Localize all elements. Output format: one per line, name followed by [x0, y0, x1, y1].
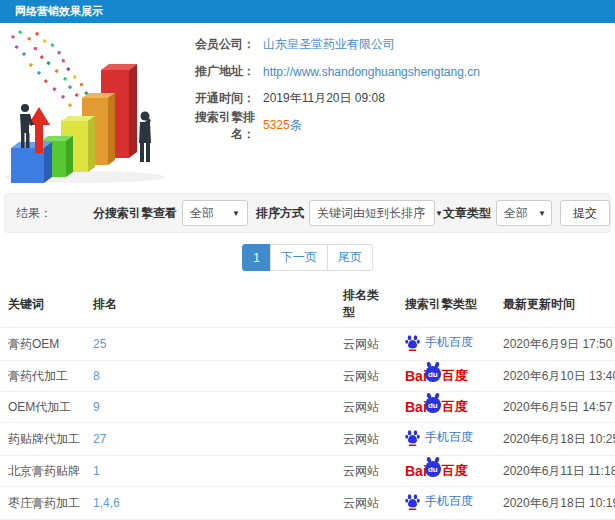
engine-rank-label: 搜索引擎排名： [183, 109, 255, 143]
company-link[interactable]: 山东皇圣堂药业有限公司 [263, 36, 395, 53]
page-title: 网络营销效果展示 [0, 0, 615, 23]
baidu-du-text: du [428, 465, 438, 474]
bar-blue [11, 142, 52, 183]
account-info-list: 会员公司： 山东皇圣堂药业有限公司 推广地址： http://www.shand… [183, 23, 615, 139]
last-page-button[interactable]: 尾页 [327, 244, 373, 271]
rank-type-cell: 云网站 [335, 423, 397, 456]
table-header-row: 关键词 排名 排名类型 搜索引擎类型 最新更新时间 [0, 280, 615, 328]
engine-cell: 手机百度 Bai du 百度 [397, 487, 495, 520]
baidu-paw-icon: du [425, 366, 441, 382]
mobile-baidu-label: 手机百度 [425, 334, 473, 351]
baidu-bai-text: Bai [405, 463, 427, 479]
engine-cell: 手机百度 Bai du 百度 [397, 392, 495, 423]
update-time-cell: 2020年6月11日 11:18 [495, 456, 615, 487]
header-keyword: 关键词 [0, 280, 85, 328]
rank-link[interactable]: 27 [85, 423, 335, 456]
rank-link[interactable]: 9 [85, 392, 335, 423]
rank-type-cell: 云网站 [335, 392, 397, 423]
keyword-cell: 枣庄膏药加工 [0, 487, 85, 520]
keyword-cell: 膏药代加工 [0, 361, 85, 392]
rank-link[interactable]: 1 [85, 456, 335, 487]
sort-label: 排序方式 [256, 205, 304, 222]
table-row: OEM代加工 9 云网站 手机百度 [0, 392, 615, 423]
article-type-label: 文章类型 [443, 205, 491, 222]
businessman-right [139, 112, 151, 163]
submit-button[interactable]: 提交 [560, 200, 610, 226]
keyword-cell: 北京膏药贴牌 [0, 456, 85, 487]
baidu-pc-badge: Bai du 百度 [405, 367, 468, 385]
open-time-label: 开通时间： [183, 90, 255, 107]
article-type-value: 全部 [504, 205, 528, 222]
header-rank: 排名 [85, 280, 335, 328]
promo-url-row: 推广地址： http://www.shandonghuangshengtang.… [183, 58, 615, 85]
keyword-cell: 药贴牌代加工 [0, 423, 85, 456]
engine-cell: 手机百度 Bai du 百度 [397, 328, 495, 361]
table-row: 北京膏药贴牌 1 云网站 手机百度 [0, 456, 615, 487]
sort-select[interactable]: 关键词由短到长排序 ▼ [309, 200, 435, 226]
baidu-paw-icon [405, 334, 420, 351]
table-row: 膏药OEM 25 云网站 手机百度 [0, 328, 615, 361]
rank-link[interactable]: 25 [85, 328, 335, 361]
result-label: 结果： [16, 205, 52, 222]
caret-down-icon: ▼ [232, 209, 240, 218]
baidu-bai-text: Bai [405, 399, 427, 415]
next-page-button[interactable]: 下一页 [270, 244, 328, 271]
baidu-cn-text: 百度 [442, 398, 468, 416]
keyword-cell: OEM代加工 [0, 392, 85, 423]
update-time-cell: 2020年6月10日 13:40 [495, 361, 615, 392]
engine-filter-select[interactable]: 全部 ▼ [182, 200, 248, 226]
keyword-cell: 膏药OEM [0, 328, 85, 361]
rank-type-cell: 云网站 [335, 361, 397, 392]
page-button-current[interactable]: 1 [242, 244, 271, 271]
rank-type-cell: 云网站 [335, 456, 397, 487]
mobile-baidu-badge: 手机百度 [405, 334, 473, 351]
mobile-baidu-label: 手机百度 [425, 429, 473, 446]
baidu-paw-icon: du [425, 397, 441, 413]
baidu-du-text: du [428, 370, 438, 379]
update-time-cell: 2020年6月5日 14:57 [495, 392, 615, 423]
engine-filter-value: 全部 [190, 205, 214, 222]
promo-url-label: 推广地址： [183, 63, 255, 80]
article-type-select[interactable]: 全部 ▼ [496, 200, 552, 226]
table-row: 药贴牌代加工 27 云网站 手机百度 [0, 423, 615, 456]
rank-link[interactable]: 1,4,6 [85, 487, 335, 520]
rank-type-cell: 云网站 [335, 328, 397, 361]
rank-unit[interactable]: 条 [290, 118, 302, 132]
top-info-section: 会员公司： 山东皇圣堂药业有限公司 推广地址： http://www.shand… [0, 23, 615, 191]
update-time-cell: 2020年6月9日 17:50 [495, 328, 615, 361]
baidu-bai-text: Bai [405, 368, 427, 384]
mobile-baidu-label: 手机百度 [425, 493, 473, 510]
mobile-baidu-badge: 手机百度 [405, 493, 473, 510]
businessman-left [20, 104, 34, 148]
baidu-du-text: du [428, 401, 438, 410]
header-rank-type: 排名类型 [335, 280, 397, 328]
header-engine-type: 搜索引擎类型 [397, 280, 495, 328]
table-row: 膏药代加工 8 云网站 手机百度 [0, 361, 615, 392]
growth-chart-illustration [0, 25, 190, 185]
sort-value: 关键词由短到长排序 [317, 205, 425, 222]
caret-down-icon: ▼ [538, 209, 546, 218]
company-label: 会员公司： [183, 36, 255, 53]
update-time-cell: 2020年6月18日 10:19 [495, 487, 615, 520]
engine-cell: 手机百度 Bai du 百度 [397, 456, 495, 487]
baidu-cn-text: 百度 [442, 462, 468, 480]
engine-cell: 手机百度 Bai du 百度 [397, 423, 495, 456]
rank-count: 5325 [263, 118, 290, 132]
baidu-pc-badge: Bai du 百度 [405, 398, 468, 416]
keyword-rank-table: 关键词 排名 排名类型 搜索引擎类型 最新更新时间 膏药OEM 25 云网站 [0, 280, 615, 520]
table-row: 枣庄膏药加工 1,4,6 云网站 手 [0, 487, 615, 520]
update-time-cell: 2020年6月18日 10:25 [495, 423, 615, 456]
company-row: 会员公司： 山东皇圣堂药业有限公司 [183, 31, 615, 58]
rank-link[interactable]: 8 [85, 361, 335, 392]
engine-filter-label: 分搜索引擎查看 [93, 205, 177, 222]
engine-rank-row: 搜索引擎排名： 5325条 [183, 112, 615, 139]
header-updated: 最新更新时间 [495, 280, 615, 328]
baidu-paw-icon [405, 493, 420, 510]
filter-bar: 结果： 分搜索引擎查看 全部 ▼ 排序方式 关键词由短到长排序 ▼ 文章类型 全… [4, 193, 611, 233]
baidu-paw-icon: du [425, 461, 441, 477]
baidu-pc-badge: Bai du 百度 [405, 462, 468, 480]
promo-url-link[interactable]: http://www.shandonghuangshengtang.cn [263, 65, 480, 79]
confetti-dots [11, 30, 89, 107]
engine-cell: 手机百度 Bai du 百度 [397, 361, 495, 392]
rank-type-cell: 云网站 [335, 487, 397, 520]
